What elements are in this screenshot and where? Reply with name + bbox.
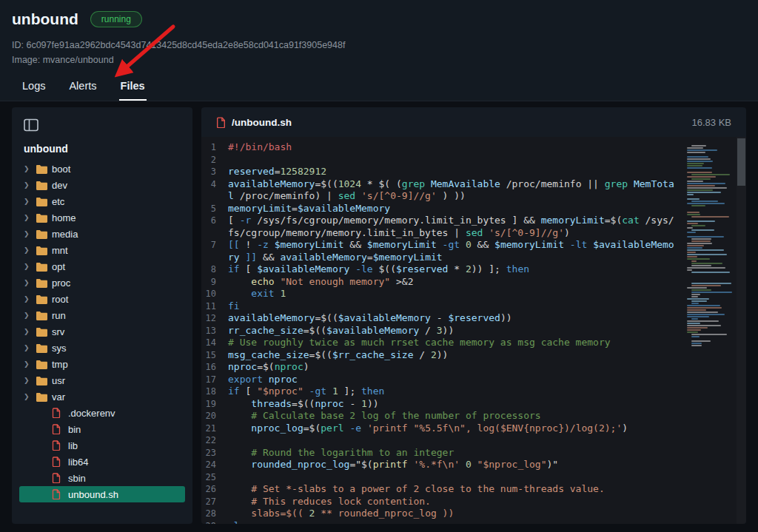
tree-item-boot[interactable]: ❯boot [19,161,185,177]
minimap-row [687,212,700,213]
chevron-right-icon: ❯ [24,198,36,205]
minimap-row [691,336,700,337]
tree-item-etc[interactable]: ❯etc [19,193,185,209]
line-number: 11 [201,300,228,313]
code-text: availableMemory=$((1024 * $( (grep MemAv… [228,178,683,203]
code-line: 20 # Calculate base 2 log of the number … [201,410,683,422]
tab-files[interactable]: Files [119,77,147,101]
file-icon [52,489,68,499]
tree-item-opt[interactable]: ❯opt [19,258,185,275]
tree-item-tmp[interactable]: ❯tmp [19,356,185,372]
code-line: 10 exit 1 [201,288,683,300]
code-line: 4availableMemory=$((1024 * $( (grep MemA… [201,178,683,203]
tree-item-unbound.sh[interactable]: unbound.sh [19,486,185,502]
container-image: Image: mvance/unbound [12,55,746,65]
tree-item-label: var [52,391,65,403]
code-line: 29else [201,520,683,525]
folder-icon [36,327,52,337]
minimap-row [691,178,711,180]
tab-alerts[interactable]: Alerts [67,77,98,101]
code-text: # Round the logarithm to an integer [228,447,683,459]
file-icon [52,473,68,483]
sidebar-toggle-button[interactable] [24,116,43,134]
minimap-row [687,314,725,315]
line-number: 19 [201,398,228,411]
folder-icon [36,229,52,239]
tree-item-bin[interactable]: bin [19,421,185,437]
chevron-right-icon: ❯ [24,377,36,384]
file-path: /unbound.sh [232,117,292,128]
file-icon [52,440,68,451]
scrollbar-thumb[interactable] [737,138,745,186]
folder-icon [36,246,52,255]
chevron-right-icon: ❯ [24,246,36,254]
tree-item-label: home [52,212,76,223]
tree-item-var[interactable]: ❯var [19,388,185,405]
code-text: msg_cache_size=$(($rr_cache_size / 2)) [228,349,683,362]
tree-item-label: unbound.sh [68,489,118,500]
folder-icon [36,343,52,353]
code-text: reserved=12582912 [228,166,683,178]
minimap-row [687,269,692,271]
tree-item-media[interactable]: ❯media [19,226,185,242]
line-number: 5 [201,203,228,215]
tree-item-sys[interactable]: ❯sys [19,340,185,356]
tree-item-.dockerenv[interactable]: .dockerenv [19,405,185,421]
tree-item-proc[interactable]: ❯proc [19,275,185,291]
minimap[interactable] [683,137,737,524]
line-number: 9 [201,276,228,289]
minimap-row [687,189,713,191]
code-line: 8if [ $availableMemory -le $(($reserved … [201,263,683,276]
tree-item-root[interactable]: ❯root [19,291,185,307]
minimap-row [685,276,734,277]
minimap-row [691,283,731,284]
line-number: 18 [201,385,228,398]
tab-logs[interactable]: Logs [21,77,47,101]
tree-item-label: bin [68,424,81,435]
line-number: 10 [201,288,228,300]
minimap-row [687,214,700,215]
line-number: 17 [201,374,228,386]
code-text: memoryLimit=$availableMemory [228,203,683,215]
chevron-right-icon: ❯ [24,295,36,303]
tree-item-sbin[interactable]: sbin [19,470,185,486]
code-text: [ -r /sys/fs/cgroup/memory/memory.limit_… [228,215,683,239]
minimap-row [691,285,721,286]
tree-item-mnt[interactable]: ❯mnt [19,242,185,258]
code-text: if [ $availableMemory -le $(($reserved *… [228,263,683,276]
tree-item-srv[interactable]: ❯srv [19,323,185,340]
code-text: if [ "$nproc" -gt 1 ]; then [228,385,683,398]
code-line: 19 threads=$((nproc - 1)) [201,398,683,411]
tree-item-run[interactable]: ❯run [19,307,185,323]
tree-item-label: dev [52,180,67,191]
minimap-row [685,278,734,280]
line-number: 12 [201,312,228,325]
tree-item-dev[interactable]: ❯dev [19,177,185,193]
tree-item-lib[interactable]: lib [19,437,185,454]
tree-item-home[interactable]: ❯home [19,209,185,226]
chevron-right-icon: ❯ [24,328,36,335]
file-icon [52,408,68,418]
minimap-row [687,194,694,195]
minimap-row [687,309,706,311]
tree-item-usr[interactable]: ❯usr [19,372,185,388]
minimap-row [687,320,719,322]
minimap-row [691,294,700,295]
minimap-row [687,258,710,260]
minimap-row [691,145,706,147]
folder-icon [36,360,52,369]
line-number: 1 [201,141,228,154]
chevron-right-icon: ❯ [24,279,36,286]
code-text: fi [228,300,683,313]
minimap-row [687,325,721,326]
code-line: 26 # Set *-slabs to a power of 2 close t… [201,483,683,496]
minimap-row [687,323,700,324]
minimap-row [685,207,734,209]
container-id: ID: 6c097fe91aa2962bdc4543d7413425d8cd45… [12,40,746,50]
minimap-row [691,292,732,293]
scrollbar[interactable] [737,137,746,524]
tabs: LogsAlertsFiles [12,77,746,101]
code-editor[interactable]: 1#!/bin/bash2​3reserved=125829124availab… [201,137,746,524]
tree-item-lib64[interactable]: lib64 [19,454,185,470]
minimap-row [685,234,734,235]
